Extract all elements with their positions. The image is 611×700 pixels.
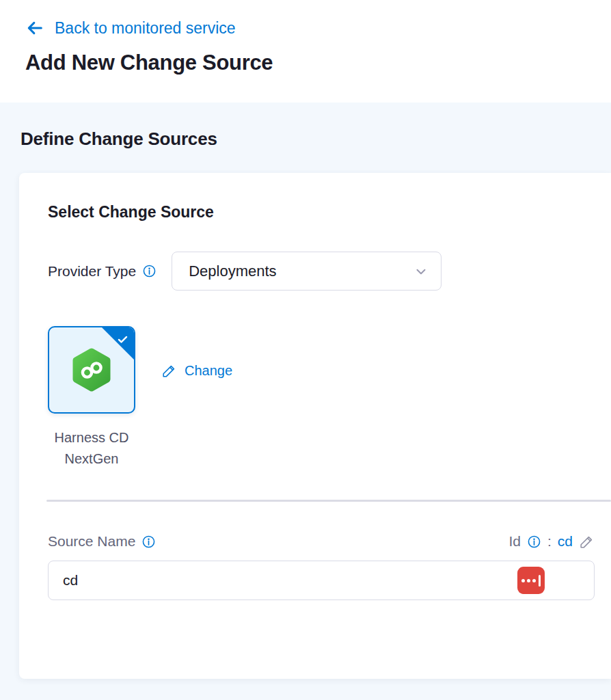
pencil-icon bbox=[161, 363, 177, 379]
provider-tile-harness-cd-nextgen[interactable] bbox=[48, 326, 135, 414]
provider-type-label: Provider Type bbox=[48, 263, 136, 280]
source-name-row: Source Name Id : cd bbox=[48, 533, 595, 550]
change-link-label[interactable]: Change bbox=[185, 363, 232, 379]
back-link[interactable]: Back to monitored service bbox=[25, 18, 236, 38]
selected-provider-row: Harness CD NextGen Change bbox=[48, 326, 595, 470]
arrow-left-icon bbox=[25, 18, 44, 38]
define-change-sources-section: Define Change Sources Select Change Sour… bbox=[0, 103, 611, 700]
info-icon[interactable] bbox=[142, 264, 157, 278]
source-name-label: Source Name bbox=[48, 533, 135, 550]
provider-tile-label: Harness CD NextGen bbox=[40, 427, 144, 470]
password-manager-icon[interactable] bbox=[517, 567, 545, 594]
check-icon bbox=[116, 333, 129, 346]
pencil-icon[interactable] bbox=[579, 534, 595, 550]
chevron-down-icon bbox=[413, 264, 429, 279]
section-title: Define Change Sources bbox=[21, 129, 611, 150]
page-header: Back to monitored service Add New Change… bbox=[0, 0, 611, 103]
card-title: Select Change Source bbox=[48, 203, 595, 221]
id-value: cd bbox=[558, 533, 573, 550]
provider-type-selected-value: Deployments bbox=[189, 262, 276, 280]
page-title: Add New Change Source bbox=[25, 51, 611, 75]
identifier-group: Id : cd bbox=[508, 533, 595, 550]
source-name-input[interactable] bbox=[48, 561, 595, 600]
id-separator: : bbox=[547, 533, 552, 550]
harness-cd-hexagon-icon bbox=[71, 348, 112, 392]
provider-type-select[interactable]: Deployments bbox=[172, 252, 442, 291]
select-change-source-card: Select Change Source Provider Type Deplo… bbox=[19, 173, 611, 679]
provider-type-row: Provider Type Deployments bbox=[48, 252, 595, 291]
id-label: Id bbox=[508, 533, 521, 550]
info-icon[interactable] bbox=[141, 535, 156, 549]
source-name-input-wrap bbox=[48, 561, 595, 600]
info-icon[interactable] bbox=[527, 535, 541, 549]
section-divider bbox=[46, 500, 611, 502]
back-link-label[interactable]: Back to monitored service bbox=[55, 19, 236, 38]
change-provider-link[interactable]: Change bbox=[161, 363, 232, 379]
